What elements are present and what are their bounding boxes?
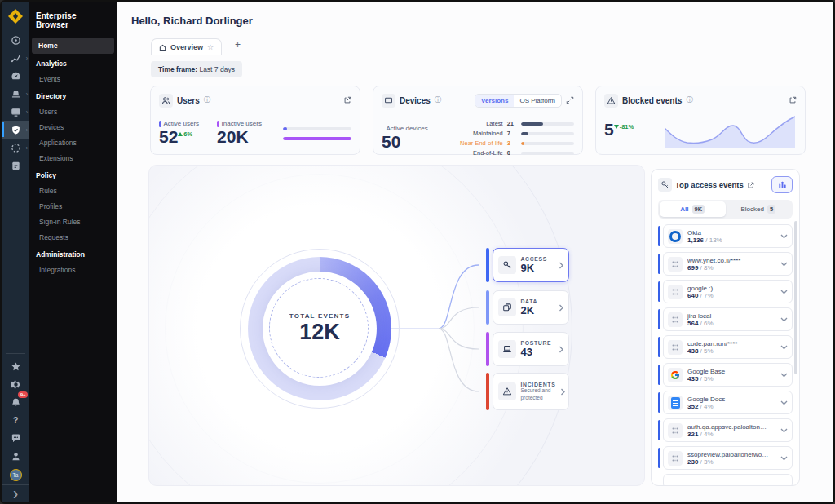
posture-card[interactable]: POSTURE 43 xyxy=(493,332,569,366)
report-icon[interactable] xyxy=(2,157,29,175)
star-icon[interactable] xyxy=(2,357,29,375)
expand-rail-button[interactable]: ❯ xyxy=(2,484,29,502)
tab-all[interactable]: All9K xyxy=(660,201,726,217)
incidents-node: INCIDENTS Secured and protected xyxy=(486,373,569,410)
sidebar-item-users[interactable]: Users xyxy=(29,104,117,119)
external-link-icon[interactable] xyxy=(789,93,797,108)
external-link-icon[interactable] xyxy=(747,178,754,192)
chevron-down-icon[interactable] xyxy=(780,345,788,350)
chevron-down-icon[interactable] xyxy=(780,317,788,322)
info-icon[interactable]: ⓘ xyxy=(204,95,211,105)
toggle-os-platform[interactable]: OS Platform xyxy=(514,95,561,107)
sidebar-item-applications[interactable]: Applications xyxy=(29,135,117,150)
device-row-near-eol: Near End-of-life3 xyxy=(453,139,574,147)
favorite-star-icon[interactable]: ☆ xyxy=(207,43,214,51)
analytics-icon[interactable]: › xyxy=(2,49,29,67)
chevron-down-icon[interactable] xyxy=(780,456,788,461)
device-row-maintained: Maintained7 xyxy=(453,130,574,137)
data-card[interactable]: DATA 2K xyxy=(493,290,569,325)
top-access-events-panel: Top access events All9K Blocked5 xyxy=(651,169,800,486)
chart-view-button[interactable] xyxy=(771,176,793,193)
access-node: ACCESS 9K xyxy=(486,248,569,282)
scrollbar[interactable] xyxy=(794,221,797,374)
generic-site-favicon xyxy=(668,312,683,327)
radar-icon[interactable] xyxy=(2,31,29,49)
active-users-label: Active users xyxy=(159,120,199,127)
info-icon[interactable]: ⓘ xyxy=(686,95,693,105)
chevron-right-icon xyxy=(559,346,563,353)
active-devices-value: 50 xyxy=(382,132,428,152)
list-item: auth.qa.appsvc.paloaltonetwo... 321 / 4% xyxy=(658,418,793,442)
panel-tabs: All9K Blocked5 xyxy=(658,200,793,219)
data-node: DATA 2K xyxy=(486,290,569,325)
users-icon xyxy=(159,94,173,108)
google-favicon xyxy=(668,368,683,382)
users-bars xyxy=(280,127,351,140)
sidebar-item-events[interactable]: Events xyxy=(29,72,117,86)
chevron-down-icon[interactable] xyxy=(780,428,788,433)
toggle-versions[interactable]: Versions xyxy=(475,95,514,107)
sidebar-section-directory: Directory xyxy=(29,89,117,104)
okta-favicon xyxy=(668,229,683,244)
incidents-card[interactable]: INCIDENTS Secured and protected xyxy=(493,373,569,410)
blocked-events-value: 5-81% xyxy=(604,120,634,139)
external-link-icon[interactable] xyxy=(343,93,351,108)
sidebar-item-signin-rules[interactable]: Sign-in Rules xyxy=(29,214,117,229)
sidebar-item-home[interactable]: Home xyxy=(32,38,114,54)
list-item: Google Base 435 / 5% xyxy=(658,363,793,387)
help-icon[interactable]: ? xyxy=(2,411,29,429)
sidebar-item-integrations[interactable]: Integrations xyxy=(29,263,117,277)
sidebar-item-requests[interactable]: Requests xyxy=(29,230,117,245)
chevron-down-icon[interactable] xyxy=(780,400,788,405)
list-item: www.ynet.co.il/**** 699 / 8% xyxy=(658,252,793,276)
access-card[interactable]: ACCESS 9K xyxy=(493,248,569,282)
account-avatar[interactable]: Ta xyxy=(2,465,29,484)
chevron-down-icon[interactable] xyxy=(780,262,788,267)
device-row-latest: Latest21 xyxy=(453,120,574,127)
gear-icon[interactable] xyxy=(2,375,29,393)
devices-view-toggle: Versions OS Platform xyxy=(475,94,562,108)
generic-site-favicon xyxy=(668,451,683,466)
inactive-users-label: Inactive users xyxy=(217,120,262,127)
list-item-partial xyxy=(658,474,793,486)
new-tab-button[interactable]: + xyxy=(228,37,247,55)
list-item: ssopreview.paloaltonetworks.... 230 / 3% xyxy=(658,446,793,470)
tab-blocked[interactable]: Blocked5 xyxy=(726,201,792,217)
timeframe-filter[interactable]: Time frame: Last 7 days xyxy=(151,61,242,77)
sidebar-item-extensions[interactable]: Extensions xyxy=(29,151,117,166)
dashed-gear-icon[interactable]: › xyxy=(2,139,29,157)
users-card: Users ⓘ Active users 526% Inactive users… xyxy=(150,86,360,155)
expand-icon[interactable] xyxy=(566,93,574,108)
tab-strip: Overview ☆ + xyxy=(151,37,247,55)
info-icon[interactable]: ⓘ xyxy=(435,95,442,105)
alarm-icon[interactable]: › xyxy=(2,85,29,103)
chevron-down-icon[interactable] xyxy=(780,234,788,239)
chevron-right-icon: › xyxy=(26,109,28,115)
sidebar-item-profiles[interactable]: Profiles xyxy=(29,199,117,214)
incidents-accent-bar xyxy=(486,373,489,410)
generic-site-favicon xyxy=(668,340,683,355)
rail-divider xyxy=(6,353,25,354)
chevron-down-icon[interactable] xyxy=(780,373,788,378)
chat-icon[interactable] xyxy=(2,429,29,447)
bell-icon[interactable]: 9+ xyxy=(2,393,29,411)
list-item: code.pan.run/**** 438 / 5% xyxy=(658,335,793,359)
blocked-events-card: Blocked events ⓘ 5-81% xyxy=(595,86,806,155)
brand-logo-icon[interactable] xyxy=(2,2,29,31)
sidebar-item-rules[interactable]: Rules xyxy=(29,183,117,198)
chevron-down-icon[interactable] xyxy=(780,290,788,294)
devices-card-title: Devices xyxy=(400,96,431,105)
total-events-donut[interactable]: TOTAL EVENTS 12K xyxy=(248,257,391,400)
chevron-right-icon: › xyxy=(26,127,28,133)
chevron-right-icon: › xyxy=(26,145,28,151)
list-item: jira local 564 / 6% xyxy=(658,307,793,331)
speedometer-icon[interactable] xyxy=(2,67,29,85)
sidebar-item-devices[interactable]: Devices xyxy=(29,120,117,135)
security-shield-icon[interactable]: › xyxy=(2,121,29,139)
user-icon[interactable] xyxy=(2,447,29,465)
monitor-icon[interactable]: › xyxy=(2,103,29,121)
key-icon xyxy=(498,256,516,274)
events-overview-panel: TOTAL EVENTS 12K ACCESS 9K xyxy=(148,165,645,486)
tab-overview[interactable]: Overview ☆ xyxy=(151,38,222,55)
notification-badge: 9+ xyxy=(18,391,28,398)
